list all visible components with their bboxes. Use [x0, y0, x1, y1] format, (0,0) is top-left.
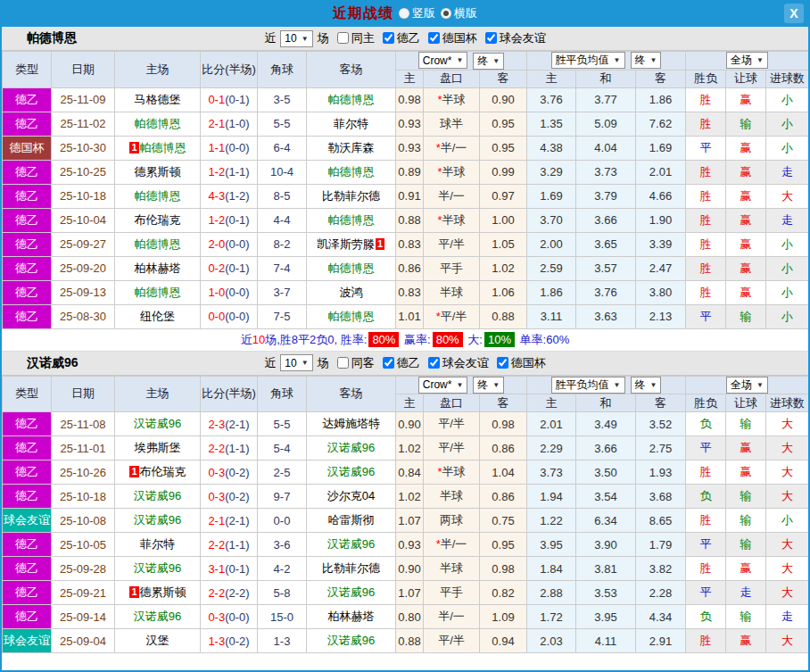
handicap: 平/半: [424, 412, 480, 436]
away-team[interactable]: 勒沃库森: [328, 141, 375, 154]
home-team[interactable]: 汉堡: [146, 634, 169, 647]
halftime-score: (2-2): [225, 586, 249, 600]
away-team[interactable]: 帕德博恩: [328, 165, 375, 178]
close-button[interactable]: X: [784, 4, 804, 23]
odds-time-select[interactable]: 终▼: [473, 53, 504, 70]
home-team[interactable]: 埃弗斯堡: [135, 441, 181, 454]
away-team[interactable]: 帕德博恩: [328, 93, 375, 106]
odds-company-select[interactable]: Crow*▼: [418, 377, 468, 394]
home-team[interactable]: 帕德博恩: [135, 117, 181, 130]
filter-checkbox-2[interactable]: 球会友谊: [422, 355, 491, 371]
avg-time-select[interactable]: 终▼: [631, 52, 662, 69]
home-team[interactable]: 汉诺威96: [134, 610, 181, 623]
home-team[interactable]: 德累斯顿: [140, 585, 186, 599]
results-table: 类型日期主场比分(半场)角球客场Crow*▼终▼胜平负均值▼终▼全场▼主盘口客主…: [2, 376, 809, 654]
recent-count-select[interactable]: 10▼: [280, 30, 312, 47]
handicap-value: 半球: [442, 165, 466, 178]
recent-count-select[interactable]: 10▼: [280, 354, 312, 371]
checkbox-icon[interactable]: [337, 32, 349, 44]
away-team-cell: 达姆施塔特: [307, 412, 396, 436]
away-team-cell: 凯泽斯劳滕1: [307, 232, 396, 256]
result-wdl: 负: [686, 605, 726, 629]
away-team[interactable]: 汉诺威96: [327, 537, 375, 551]
filter-checkbox-1[interactable]: 德乙: [376, 30, 422, 46]
away-team[interactable]: 达姆施塔特: [322, 417, 380, 430]
result-goals: 小: [766, 509, 809, 533]
odds-home: 0.86: [396, 256, 424, 280]
away-team[interactable]: 帕德博恩: [328, 261, 375, 275]
checkbox-icon[interactable]: [428, 357, 440, 369]
away-team[interactable]: 汉诺威96: [327, 585, 375, 599]
filter-checkbox-1[interactable]: 德乙: [376, 355, 422, 371]
home-team[interactable]: 汉诺威96: [134, 417, 181, 430]
away-team-cell: 帕德博恩: [307, 87, 396, 112]
filter-checkbox-2[interactable]: 德国杯: [422, 30, 479, 46]
home-team[interactable]: 菲尔特: [140, 537, 175, 551]
checkbox-icon[interactable]: [485, 32, 497, 44]
home-team[interactable]: 帕德博恩: [135, 237, 181, 251]
score-cell: 2-0(0-0): [201, 232, 258, 256]
sections-container: 帕德博恩近10▼场同主德乙德国杯球会友谊类型日期主场比分(半场)角球客场Crow…: [2, 27, 808, 653]
away-team[interactable]: 菲尔特: [334, 117, 368, 130]
wdl-average-select[interactable]: 胜平负均值▼: [551, 377, 625, 394]
away-team[interactable]: 沙尔克04: [327, 489, 375, 502]
halftime-score: (0-2): [225, 466, 249, 479]
home-team[interactable]: 汉诺威96: [134, 489, 181, 502]
radio-checked-icon[interactable]: [441, 8, 451, 19]
corner-score: 3-5: [258, 87, 307, 112]
fulltime-select[interactable]: 全场▼: [726, 377, 768, 394]
sub-column-header: 客: [480, 394, 527, 412]
checkbox-icon[interactable]: [383, 32, 394, 44]
home-team[interactable]: 马格德堡: [135, 93, 181, 106]
table-row: 德乙25-10-18汉诺威960-3(0-2)9-7沙尔克041.02半球0.8…: [3, 485, 809, 509]
filter-checkbox-0[interactable]: 同客: [331, 355, 376, 371]
league-badge: 球会友谊: [3, 509, 52, 533]
checkbox-icon[interactable]: [428, 32, 440, 44]
filter-checkbox-3[interactable]: 德国杯: [491, 355, 548, 371]
sub-column-header: 主: [396, 70, 424, 87]
checkbox-icon[interactable]: [383, 357, 394, 369]
checkbox-icon[interactable]: [337, 357, 349, 369]
home-team[interactable]: 纽伦堡: [140, 310, 175, 323]
chevron-down-icon: ▼: [614, 381, 621, 389]
away-team[interactable]: 哈雷斯彻: [328, 513, 375, 527]
layout-radio-vertical[interactable]: 竖版: [399, 5, 435, 21]
filter-checkbox-3[interactable]: 球会友谊: [479, 30, 548, 46]
away-team-cell: 勒沃库森: [307, 136, 396, 160]
home-team[interactable]: 布伦瑞克: [140, 465, 186, 478]
sub-column-header: 盘口: [424, 394, 480, 412]
home-team[interactable]: 帕德博恩: [140, 141, 186, 154]
away-team[interactable]: 汉诺威96: [327, 465, 375, 478]
away-team[interactable]: 比勒菲尔德: [322, 189, 380, 203]
avg-draw-odds: 3.53: [576, 581, 636, 605]
away-team[interactable]: 帕德博恩: [328, 213, 375, 227]
radio-unchecked-icon[interactable]: [399, 8, 409, 19]
filter-checkbox-0[interactable]: 同主: [331, 30, 376, 46]
layout-radio-horizontal[interactable]: 横版: [441, 5, 477, 21]
home-team[interactable]: 柏林赫塔: [135, 261, 181, 275]
home-team[interactable]: 帕德博恩: [135, 286, 181, 299]
home-team[interactable]: 布伦瑞克: [135, 213, 181, 227]
away-team[interactable]: 汉诺威96: [327, 634, 375, 647]
away-team[interactable]: 凯泽斯劳滕: [317, 237, 375, 251]
result-handicap: 赢: [726, 629, 766, 653]
away-team[interactable]: 帕德博恩: [328, 310, 375, 323]
home-team[interactable]: 汉诺威96: [134, 561, 181, 575]
away-team[interactable]: 汉诺威96: [327, 441, 375, 454]
odds-home: 0.93: [396, 136, 424, 160]
home-team-cell: 菲尔特: [115, 533, 201, 557]
checkbox-icon[interactable]: [497, 357, 508, 369]
home-team[interactable]: 德累斯顿: [135, 165, 181, 178]
home-team[interactable]: 帕德博恩: [135, 189, 181, 203]
away-team[interactable]: 柏林赫塔: [328, 610, 375, 623]
result-goals: 走: [766, 208, 809, 232]
result-handicap: 输: [726, 509, 766, 533]
odds-company-select[interactable]: Crow*▼: [418, 52, 468, 69]
home-team[interactable]: 汉诺威96: [134, 513, 181, 527]
fulltime-select[interactable]: 全场▼: [726, 52, 768, 69]
odds-time-select[interactable]: 终▼: [473, 377, 504, 394]
wdl-average-select[interactable]: 胜平负均值▼: [551, 52, 625, 69]
away-team[interactable]: 比勒菲尔德: [322, 561, 380, 575]
avg-time-select[interactable]: 终▼: [631, 377, 662, 394]
away-team[interactable]: 波鸿: [340, 286, 363, 299]
